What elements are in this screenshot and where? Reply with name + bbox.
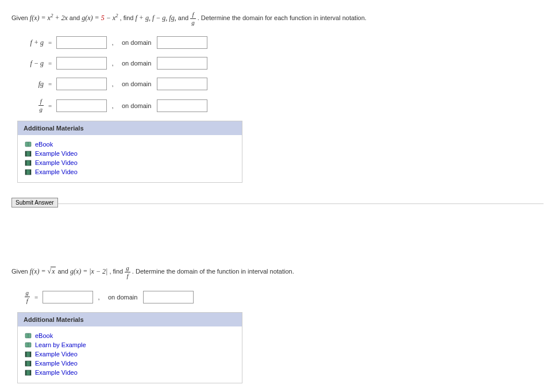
fraction-g-over-f: gf	[125, 265, 130, 279]
spacer	[0, 213, 555, 253]
answer-input-fpg[interactable]	[56, 36, 107, 49]
row-label: f + g	[11, 39, 44, 47]
film-icon	[25, 169, 32, 175]
materials-body: eBook Example Video Example Video Exampl…	[18, 135, 242, 182]
frac-num: f	[38, 98, 44, 106]
fraction-f-over-g: f g	[38, 98, 44, 113]
row-label: g f	[11, 290, 30, 304]
domain-input-gdf[interactable]	[143, 291, 194, 303]
frac-den: g	[38, 106, 44, 113]
submit-answer-button[interactable]: Submit Answer	[11, 198, 58, 207]
row-label: f − g	[11, 59, 44, 68]
text: f(x) =	[30, 267, 48, 275]
question-2-prompt: Given f(x) = √x and g(x) = |x − 2| , fin…	[11, 265, 544, 279]
sqrt: √x	[48, 267, 56, 275]
material-link-video[interactable]: Example Video	[25, 158, 235, 167]
question-1: Given f(x) = x2 + 2x and g(x) = 5 − x2 ,…	[0, 0, 555, 213]
text: Given	[11, 268, 30, 275]
domain-input-fpg[interactable]	[157, 36, 207, 49]
answer-row-fg: fg = , on domain	[11, 78, 544, 90]
svg-rect-22	[25, 370, 26, 375]
frac-den: g	[190, 19, 196, 26]
answer-input-fmg[interactable]	[56, 57, 107, 70]
svg-rect-16	[25, 352, 26, 357]
frac-den: f	[25, 297, 30, 304]
link-text: Example Video	[35, 159, 78, 166]
text: + 2x	[53, 14, 67, 22]
text: Given	[11, 14, 30, 21]
on-domain-label: on domain	[122, 60, 151, 67]
math-gx: g(x) = 5 − x2	[82, 14, 120, 22]
math-gx: g(x) = |x − 2|	[70, 267, 107, 275]
equals: =	[47, 60, 53, 67]
svg-rect-10	[30, 170, 31, 175]
equals: =	[47, 39, 53, 46]
link-text: eBook	[35, 332, 53, 339]
equals: =	[47, 80, 53, 87]
equals: =	[33, 294, 39, 301]
material-link-video[interactable]: Example Video	[25, 149, 235, 158]
link-text: eBook	[35, 141, 53, 148]
domain-input-fmg[interactable]	[157, 57, 207, 70]
link-text: Example Video	[35, 360, 78, 367]
additional-materials: Additional Materials eBook Example Video…	[17, 121, 242, 183]
material-link-ebook[interactable]: eBook	[25, 331, 235, 340]
divider	[11, 203, 544, 204]
text: f(x) = x	[30, 14, 51, 22]
material-link-video[interactable]: Example Video	[25, 167, 235, 176]
material-link-ebook[interactable]: eBook	[25, 140, 235, 149]
answer-input-gdf[interactable]	[43, 291, 93, 303]
domain-input-fdg[interactable]	[157, 99, 207, 112]
materials-body: eBook Learn by Example Example Video Exa…	[18, 326, 242, 383]
text: . Determine the domain of the function i…	[132, 268, 294, 275]
domain-input-fg[interactable]	[157, 78, 207, 90]
radicand: x	[51, 267, 56, 275]
link-text: Example Video	[35, 150, 78, 157]
answer-input-fdg[interactable]	[56, 99, 107, 112]
text: , find	[109, 268, 125, 275]
frac-num: f	[190, 11, 196, 19]
materials-header: Additional Materials	[18, 121, 242, 135]
link-text: Example Video	[35, 369, 78, 376]
comma: ,	[110, 39, 115, 46]
answer-input-fg[interactable]	[56, 78, 107, 90]
book-icon	[25, 342, 32, 348]
svg-rect-4	[30, 151, 31, 156]
on-domain-label: on domain	[122, 80, 151, 87]
book-icon	[25, 141, 32, 148]
math-fx: f(x) = x2 + 2x	[30, 14, 70, 22]
fraction-f-over-g: fg	[190, 11, 196, 26]
svg-rect-17	[30, 352, 31, 357]
comma: ,	[110, 80, 115, 87]
answer-row-fpg: f + g = , on domain	[11, 36, 544, 49]
frac-num: g	[125, 265, 130, 272]
additional-materials: Additional Materials eBook Learn by Exam…	[17, 312, 242, 383]
material-link-video[interactable]: Example Video	[25, 368, 235, 377]
film-icon	[25, 351, 32, 358]
material-link-learn-by-example[interactable]: Learn by Example	[25, 340, 235, 349]
row-label: f g	[11, 98, 44, 113]
text: , find	[120, 14, 136, 21]
text: and	[57, 268, 70, 275]
material-link-video[interactable]: Example Video	[25, 349, 235, 359]
film-icon	[25, 151, 32, 157]
on-domain-label: on domain	[122, 102, 151, 109]
film-icon	[25, 160, 32, 166]
superscript: 2	[115, 13, 118, 18]
comma: ,	[110, 60, 115, 67]
on-domain-label: on domain	[108, 294, 137, 301]
materials-header: Additional Materials	[18, 313, 242, 326]
film-icon	[25, 360, 32, 367]
equals: =	[47, 102, 53, 109]
link-text: Learn by Example	[35, 341, 86, 348]
frac-den: f	[125, 272, 130, 279]
svg-rect-6	[25, 160, 26, 166]
row-label: fg	[11, 80, 44, 89]
text: − x	[105, 14, 115, 22]
link-text: Example Video	[35, 168, 78, 175]
material-link-video[interactable]: Example Video	[25, 359, 235, 368]
math-fx: f(x) = √x	[30, 267, 58, 275]
answer-row-fmg: f − g = , on domain	[11, 57, 544, 70]
on-domain-label: on domain	[122, 39, 151, 46]
fraction-g-over-f: g f	[25, 290, 30, 304]
